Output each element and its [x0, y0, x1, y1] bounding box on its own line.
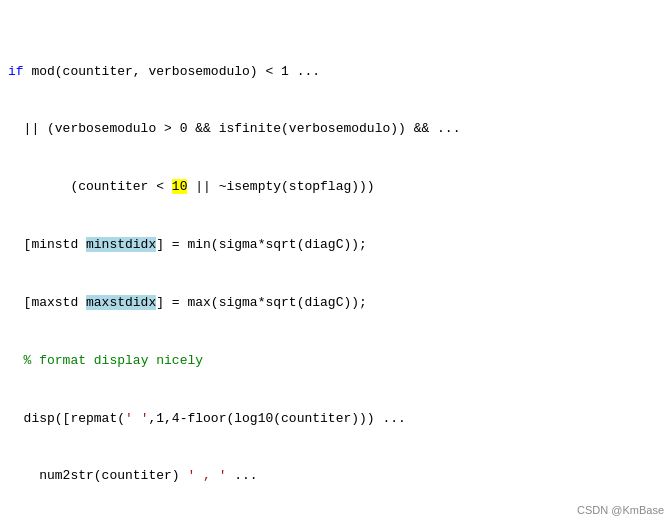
code-line-6: % format display nicely — [8, 352, 664, 371]
code-line-4: [minstd minstdidx] = min(sigma*sqrt(diag… — [8, 236, 664, 255]
code-line-7: disp([repmat(' ',1,4-floor(log10(countit… — [8, 410, 664, 429]
code-editor: if mod(countiter, verbosemodulo) < 1 ...… — [0, 0, 672, 524]
code-line-2: || (verbosemodulo > 0 && isfinite(verbos… — [8, 120, 664, 139]
code-line-3: (countiter < 10 || ~isempty(stopflag))) — [8, 178, 664, 197]
watermark-text: CSDN @KmBase — [577, 502, 664, 519]
code-line-1: if mod(countiter, verbosemodulo) < 1 ... — [8, 63, 664, 82]
code-line-8: num2str(countiter) ' , ' ... — [8, 467, 664, 486]
code-line-5: [maxstd maxstdidx] = max(sigma*sqrt(diag… — [8, 294, 664, 313]
